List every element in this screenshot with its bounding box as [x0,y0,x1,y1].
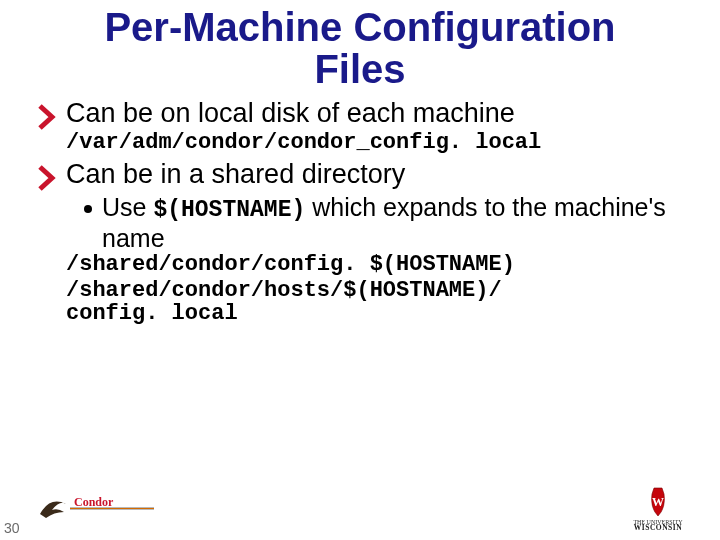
code-line-2: /shared/condor/config. $(HOSTNAME) [66,252,682,277]
wisconsin-logo: W THE UNIVERSITY WISCONSIN [618,486,698,530]
bullet-1-text: Can be on local disk of each machine [66,98,515,129]
slide-footer: Condor W THE UNIVERSITY WISCONSIN 30 [0,480,720,540]
bullet-1: Can be on local disk of each machine [38,98,682,130]
title-line-2: Files [314,47,405,91]
slide-title: Per-Machine Configuration Files [0,0,720,90]
slide-content: Can be on local disk of each machine /va… [0,90,720,326]
wisc-shield-letter: W [652,495,664,509]
bullet-2: Can be in a shared directory [38,159,682,191]
sub-code: $(HOSTNAME) [153,197,305,223]
code-line-3a: /shared/condor/hosts/$(HOSTNAME)/ [66,278,682,303]
chevron-right-icon [38,104,56,130]
sub-bullet: Use $(HOSTNAME) which expands to the mac… [84,193,682,252]
chevron-right-icon [38,165,56,191]
sub-bullet-text: Use $(HOSTNAME) which expands to the mac… [102,193,682,252]
condor-logo: Condor [36,490,156,522]
slide-number: 30 [4,520,20,536]
sub-pre: Use [102,193,153,221]
code-line-3b: config. local [66,301,682,326]
code-line-1: /var/adm/condor/condor_config. local [66,130,682,155]
wisc-name: WISCONSIN [634,523,682,530]
title-line-1: Per-Machine Configuration [104,5,615,49]
bullet-dot-icon [84,205,92,213]
bullet-2-text: Can be in a shared directory [66,159,405,190]
condor-logo-text: Condor [74,495,114,509]
